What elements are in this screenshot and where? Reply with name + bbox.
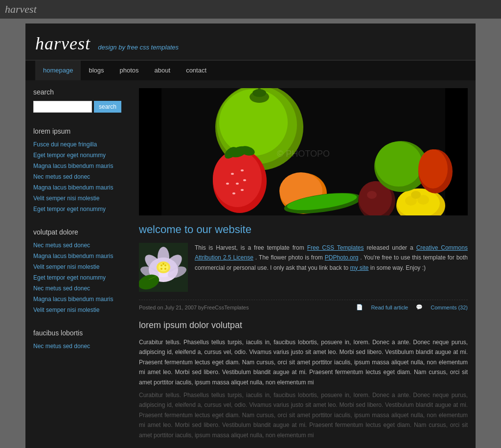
svg-point-32	[375, 141, 422, 187]
article-welcome: welcome to our website	[139, 223, 468, 310]
sidebar-section-1: lorem ipsum Fusce dui neque fringilla Eg…	[33, 127, 131, 213]
main-nav: homepage blogs photos about contact	[25, 61, 476, 80]
sidebar-link[interactable]: Nec metus sed donec	[33, 342, 131, 351]
svg-point-6	[252, 89, 266, 97]
svg-point-50	[164, 268, 166, 270]
article-text-content: This is Harvest, is a free template from…	[195, 243, 468, 292]
svg-point-12	[226, 183, 229, 185]
svg-point-14	[232, 192, 235, 194]
sidebar-link[interactable]: Velit semper nisi molestie	[33, 194, 131, 203]
svg-point-9	[231, 173, 234, 175]
article-body: This is Harvest, is a free template from…	[139, 243, 468, 292]
sidebar-section-3: faucibus lobortis Nec metus sed donec	[33, 329, 131, 351]
search-section: search search	[33, 88, 131, 113]
sidebar: search search lorem ipsum Fusce dui nequ…	[33, 88, 131, 448]
sidebar-link[interactable]: Nec metus sed donec	[33, 241, 131, 250]
sidebar-heading-2: volutpat dolore	[33, 228, 131, 236]
sidebar-link[interactable]: Fusce dui neque fringilla	[33, 140, 131, 149]
article-2-title: lorem ipsum dolor volutpat	[139, 320, 468, 330]
nav-about[interactable]: about	[147, 61, 179, 80]
svg-point-13	[243, 179, 246, 181]
svg-point-15	[241, 189, 244, 191]
article-posted-date: Posted on July 21, 2007 byFreeCssTemplat…	[139, 305, 249, 310]
read-full-link[interactable]: Read full article	[371, 305, 408, 310]
content-area: © PHOTOPO welcome to our website	[139, 88, 468, 448]
sidebar-section-2: volutpat dolore Nec metus sed donec Magn…	[33, 228, 131, 314]
svg-point-11	[236, 183, 239, 185]
article-link-1[interactable]: Free CSS Templates	[307, 244, 364, 251]
svg-point-30	[411, 191, 421, 199]
search-heading: search	[33, 88, 131, 96]
article-2-text: Curabitur tellus. Phasellus tellus turpi…	[139, 337, 468, 440]
svg-point-25	[367, 191, 377, 199]
sidebar-link[interactable]: Velit semper nisi molestie	[33, 306, 131, 314]
sidebar-link[interactable]: Magna lacus bibendum mauris	[33, 162, 131, 170]
article-actions: 📄 Read full article 💬 Comments (32)	[356, 304, 468, 310]
nav-photos[interactable]: photos	[112, 61, 147, 80]
svg-point-49	[160, 268, 162, 270]
sidebar-link[interactable]: Nec metus sed donec	[33, 172, 131, 181]
sidebar-link[interactable]: Eget tempor eget nonummy	[33, 205, 131, 213]
site-logo: harvest	[35, 34, 91, 53]
svg-point-34	[418, 149, 448, 189]
svg-point-46	[160, 264, 162, 266]
nav-contact[interactable]: contact	[178, 61, 214, 80]
site-tagline: design by free css templates	[98, 44, 179, 51]
svg-point-8	[213, 150, 262, 207]
article-meta: Posted on July 21, 2007 byFreeCssTemplat…	[139, 300, 468, 310]
nav-blogs[interactable]: blogs	[81, 61, 112, 80]
svg-point-10	[241, 169, 244, 171]
sidebar-link[interactable]: Velit semper nisi molestie	[33, 262, 131, 271]
sidebar-link[interactable]: Magna lacus bibendum mauris	[33, 252, 131, 260]
search-button[interactable]: search	[94, 101, 121, 113]
sidebar-link[interactable]: Magna lacus bibendum mauris	[33, 183, 131, 192]
hero-image: © PHOTOPO	[139, 88, 468, 215]
sidebar-heading-3: faucibus lobortis	[33, 329, 131, 337]
sidebar-link[interactable]: Eget tempor eget nonummy	[33, 151, 131, 160]
browser-top-title: harvest	[0, 0, 501, 19]
article-thumbnail	[139, 243, 188, 292]
article-2: lorem ipsum dolor volutpat Curabitur tel…	[139, 320, 468, 440]
search-input[interactable]	[33, 101, 92, 113]
svg-point-47	[164, 264, 166, 266]
nav-homepage[interactable]: homepage	[35, 61, 81, 80]
svg-text:© PHOTOPO: © PHOTOPO	[277, 149, 330, 159]
article-title: welcome to our website	[139, 223, 468, 236]
sidebar-link[interactable]: Nec metus sed donec	[33, 284, 131, 293]
svg-point-48	[162, 263, 164, 265]
article-link-4[interactable]: my site	[350, 264, 369, 271]
sidebar-link[interactable]: Magna lacus bibendum mauris	[33, 295, 131, 304]
sidebar-link[interactable]: Eget tempor eget nonummy	[33, 273, 131, 282]
article-link-3[interactable]: PDPhoto.org	[325, 254, 359, 261]
comments-link[interactable]: Comments (32)	[431, 305, 468, 310]
search-form: search	[33, 101, 131, 113]
sidebar-heading-1: lorem ipsum	[33, 127, 131, 135]
